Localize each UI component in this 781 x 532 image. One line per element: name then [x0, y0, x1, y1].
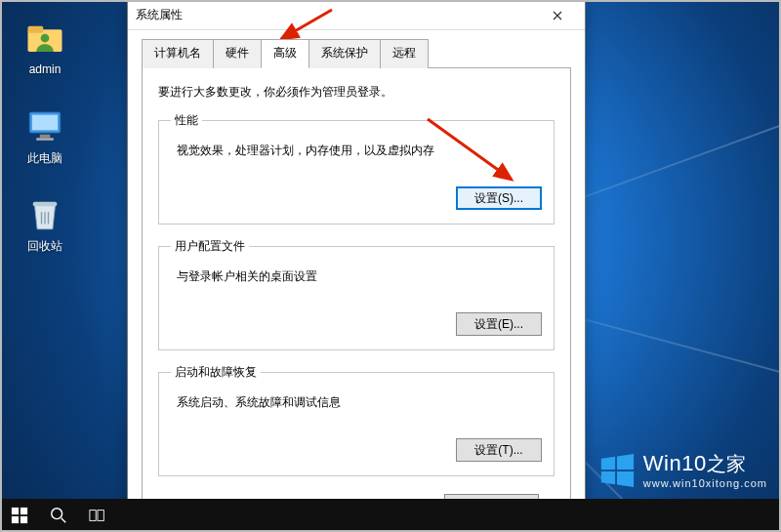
- tab-system-protection[interactable]: 系统保护: [308, 39, 381, 68]
- svg-marker-16: [617, 453, 634, 469]
- search-button[interactable]: [39, 499, 78, 532]
- group-legend: 启动和故障恢复: [171, 364, 261, 381]
- admin-notice: 要进行大多数更改，你必须作为管理员登录。: [158, 84, 555, 101]
- close-button[interactable]: [538, 2, 577, 29]
- group-startup-recovery: 启动和故障恢复 系统启动、系统故障和调试信息 设置(T)...: [158, 364, 555, 476]
- user-folder-icon: [24, 18, 65, 59]
- group-description: 与登录帐户相关的桌面设置: [177, 268, 542, 285]
- tab-computer-name[interactable]: 计算机名: [142, 39, 214, 68]
- desktop-icon-label: 此电脑: [12, 150, 78, 167]
- desktop-icon-recycle-bin[interactable]: 回收站: [12, 193, 78, 255]
- svg-rect-7: [33, 202, 58, 206]
- svg-point-12: [52, 509, 62, 519]
- svg-rect-6: [36, 138, 54, 141]
- desktop-icon-label: 回收站: [12, 238, 78, 255]
- desktop: admin 此电脑 回收站 系统属性 计算机名 硬件 高级 系统保护 远程 要进…: [0, 0, 781, 532]
- svg-rect-8: [12, 508, 19, 514]
- svg-marker-18: [617, 471, 634, 486]
- desktop-icon-label: admin: [12, 62, 78, 76]
- svg-rect-1: [28, 26, 44, 33]
- watermark-text: Win10之家 www.win10xitong.com: [643, 451, 767, 489]
- group-user-profiles: 用户配置文件 与登录帐户相关的桌面设置 设置(E)...: [158, 238, 555, 350]
- tab-strip: 计算机名 硬件 高级 系统保护 远程: [128, 30, 585, 67]
- group-legend: 性能: [171, 112, 202, 129]
- user-profiles-settings-button[interactable]: 设置(E)...: [456, 312, 542, 336]
- svg-marker-15: [601, 456, 615, 469]
- svg-rect-9: [21, 508, 27, 514]
- svg-rect-13: [90, 511, 96, 521]
- svg-rect-11: [21, 516, 27, 523]
- windows-logo-icon: [598, 452, 636, 489]
- start-button[interactable]: [0, 499, 39, 532]
- desktop-icon-admin[interactable]: admin: [12, 18, 78, 76]
- titlebar[interactable]: 系统属性: [128, 1, 585, 30]
- svg-rect-10: [12, 516, 19, 523]
- tab-panel-advanced: 要进行大多数更改，你必须作为管理员登录。 性能 视觉效果，处理器计划，内存使用，…: [142, 67, 571, 532]
- group-performance: 性能 视觉效果，处理器计划，内存使用，以及虚拟内存 设置(S)...: [158, 112, 555, 225]
- tab-hardware[interactable]: 硬件: [213, 39, 262, 68]
- tab-advanced[interactable]: 高级: [261, 39, 309, 68]
- svg-rect-4: [32, 115, 58, 131]
- window-title: 系统属性: [136, 7, 538, 23]
- group-description: 视觉效果，处理器计划，内存使用，以及虚拟内存: [177, 143, 542, 159]
- recycle-bin-icon: [24, 193, 65, 234]
- tab-remote[interactable]: 远程: [380, 39, 429, 68]
- svg-rect-5: [40, 135, 51, 139]
- task-view-button[interactable]: [78, 499, 117, 532]
- performance-settings-button[interactable]: 设置(S)...: [456, 186, 542, 210]
- system-properties-dialog: 系统属性 计算机名 硬件 高级 系统保护 远程 要进行大多数更改，你必须作为管理…: [127, 0, 586, 532]
- watermark-brand-en: Win10: [643, 451, 707, 475]
- computer-icon: [24, 105, 65, 146]
- desktop-icon-this-pc[interactable]: 此电脑: [12, 105, 78, 167]
- startup-settings-button[interactable]: 设置(T)...: [456, 438, 542, 462]
- watermark-brand-zh: 之家: [707, 453, 747, 474]
- watermark-url: www.win10xitong.com: [643, 477, 767, 489]
- svg-rect-14: [98, 511, 103, 521]
- svg-point-2: [41, 34, 50, 43]
- group-legend: 用户配置文件: [171, 238, 249, 255]
- group-description: 系统启动、系统故障和调试信息: [177, 394, 542, 411]
- watermark: Win10之家 www.win10xitong.com: [598, 451, 767, 489]
- svg-marker-17: [601, 471, 615, 483]
- taskbar[interactable]: [0, 499, 781, 532]
